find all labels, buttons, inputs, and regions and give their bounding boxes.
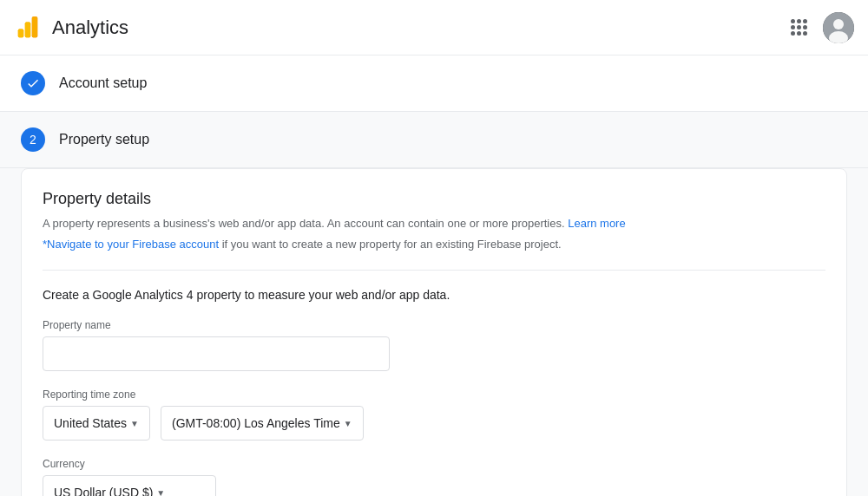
header: Analytics (0, 0, 868, 55)
currency-chevron-icon: ▼ (156, 488, 165, 497)
property-name-input[interactable] (43, 336, 390, 371)
property-name-label: Property name (43, 319, 825, 331)
step-account-setup[interactable]: Account setup (0, 55, 868, 112)
timezone-select[interactable]: (GMT-08:00) Los Angeles Time ▼ (161, 406, 364, 441)
apps-grid-icon (791, 19, 807, 36)
firebase-link[interactable]: *Navigate to your Firebase account (43, 238, 219, 251)
step-2-number: 2 (21, 127, 45, 152)
apps-button[interactable] (781, 10, 816, 45)
timezone-group: Reporting time zone United States ▼ (GMT… (43, 388, 825, 441)
timezone-value: (GMT-08:00) Los Angeles Time (172, 416, 340, 430)
currency-value: US Dollar (USD $) (54, 486, 153, 496)
page-title: Analytics (52, 16, 128, 39)
step-1-label: Account setup (59, 75, 147, 91)
learn-more-link[interactable]: Learn more (568, 217, 625, 230)
step-property-setup: 2 Property setup (0, 112, 868, 168)
header-right (781, 10, 854, 45)
property-card: Property details A property represents a… (21, 168, 847, 496)
country-select[interactable]: United States ▼ (43, 406, 150, 441)
step-content: Property details A property represents a… (0, 168, 868, 496)
divider (43, 270, 825, 271)
currency-select[interactable]: US Dollar (USD $) ▼ (43, 475, 216, 496)
svg-rect-5 (32, 16, 37, 37)
step-2-label: Property setup (59, 132, 149, 147)
svg-rect-3 (18, 29, 23, 37)
country-value: United States (54, 416, 127, 430)
measure-text: Create a Google Analytics 4 property to … (43, 288, 825, 302)
analytics-logo (14, 14, 42, 42)
timezone-chevron-icon: ▼ (344, 419, 352, 428)
currency-label: Currency (43, 458, 825, 470)
svg-rect-4 (25, 22, 30, 37)
steps-container: Account setup 2 Property setup Property … (0, 55, 868, 496)
header-left: Analytics (14, 14, 128, 42)
currency-group: Currency US Dollar (USD $) ▼ (43, 458, 825, 496)
firebase-note: *Navigate to your Firebase account if yo… (43, 236, 825, 253)
step-1-number (21, 71, 45, 95)
property-name-group: Property name (43, 319, 825, 371)
property-description: A property represents a business's web a… (43, 215, 825, 232)
property-details-title: Property details (43, 190, 825, 208)
avatar[interactable] (823, 12, 854, 43)
timezone-selects: United States ▼ (GMT-08:00) Los Angeles … (43, 406, 825, 441)
svg-point-7 (833, 19, 844, 29)
country-chevron-icon: ▼ (130, 419, 139, 428)
timezone-label: Reporting time zone (43, 388, 825, 401)
